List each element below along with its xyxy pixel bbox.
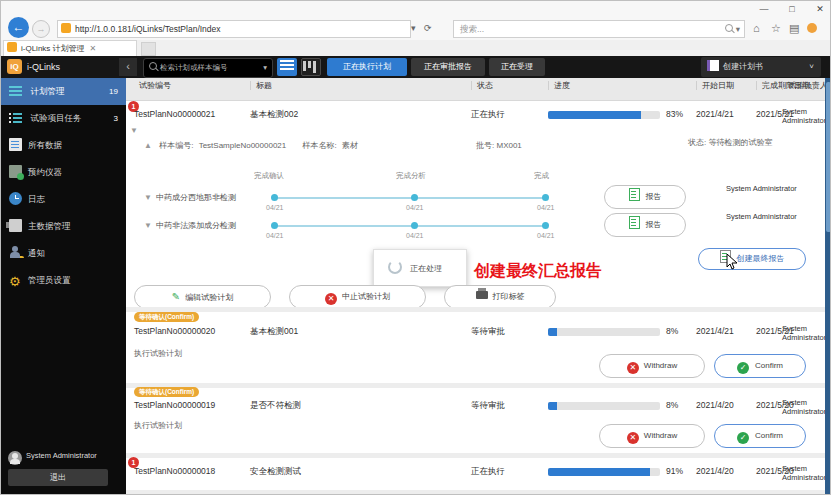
stage-label: 完成分析 bbox=[396, 171, 426, 181]
browser-search-input[interactable]: 搜索... ▾ bbox=[453, 20, 745, 38]
app-logo-icon: iQ bbox=[7, 59, 22, 74]
sidebar-item-admin-settings[interactable]: ⚙管理员设置 bbox=[1, 267, 126, 294]
timeline-dot[interactable] bbox=[542, 194, 549, 201]
row-test-no[interactable]: TestPlanNo00000021 bbox=[134, 109, 246, 119]
test-item[interactable]: ▼中药非法添加成分检测 bbox=[144, 220, 236, 231]
row-test-no[interactable]: TestPlanNo00000020 bbox=[134, 326, 246, 336]
printer-icon bbox=[476, 291, 488, 299]
toast-text: 正在处理 bbox=[410, 263, 442, 274]
timeline-dot[interactable] bbox=[411, 222, 418, 229]
confirm-tag: 等待确认(Confirm) bbox=[134, 387, 199, 397]
scrollbar-thumb[interactable] bbox=[826, 82, 831, 232]
sidebar-item-test-tasks[interactable]: 试验项目任务3 bbox=[1, 105, 126, 132]
confirm-tag: 等待确认(Confirm) bbox=[134, 312, 199, 322]
site-favicon bbox=[61, 23, 71, 33]
sidebar-item-master-data[interactable]: 主数据管理 bbox=[1, 213, 126, 240]
test-item[interactable]: ▼中药成分西地那非检测 bbox=[144, 192, 236, 203]
sidebar-item-all-data[interactable]: 所有数据 bbox=[1, 132, 126, 159]
vertical-scrollbar[interactable] bbox=[825, 78, 831, 495]
row-subtext: 执行试验计划 bbox=[134, 348, 182, 359]
gear-icon: ⚙ bbox=[9, 275, 22, 288]
list-view-button[interactable] bbox=[277, 58, 297, 76]
logout-button[interactable]: 退出 bbox=[8, 469, 108, 486]
search-icon bbox=[149, 62, 157, 70]
progress-bar bbox=[548, 468, 660, 476]
url-dropdown-icon[interactable]: ▾ bbox=[411, 23, 416, 33]
sidebar-item-instrument-booking[interactable]: 预约仪器 bbox=[1, 159, 126, 186]
report-button[interactable]: 报告 bbox=[604, 213, 686, 237]
processing-toast: 正在处理 bbox=[373, 249, 467, 287]
address-bar-tools[interactable]: ▾ ⟳ bbox=[411, 20, 432, 36]
new-tab-button[interactable] bbox=[141, 42, 156, 56]
create-plan-doc-button[interactable]: 创建计划书 ˅ bbox=[701, 57, 821, 77]
clock-icon bbox=[9, 192, 22, 205]
confirm-button[interactable]: ✓Confirm bbox=[714, 424, 806, 448]
tab-executing-plans[interactable]: 正在执行计划 bbox=[327, 58, 407, 76]
timeline-date: 04/21 bbox=[537, 232, 555, 239]
notification-dot-icon[interactable] bbox=[807, 23, 817, 33]
sidebar-item-notifications[interactable]: 通知 bbox=[1, 240, 126, 267]
chevron-down-icon[interactable]: ˅ bbox=[809, 57, 814, 77]
app-back-button[interactable]: ‹ bbox=[119, 58, 137, 76]
print-label-button[interactable]: 打印标签 bbox=[444, 285, 556, 309]
timeline-dot[interactable] bbox=[542, 222, 549, 229]
sidebar-item-plan-management[interactable]: 计划管理19 bbox=[1, 78, 126, 105]
row-status: 等待审批 bbox=[471, 400, 543, 412]
col-header-owner: 试验负责人 bbox=[782, 81, 825, 90]
gantt-view-button[interactable] bbox=[301, 58, 321, 76]
timeline-dot[interactable] bbox=[411, 194, 418, 201]
collapse-row-icon[interactable]: ▼ bbox=[130, 126, 138, 135]
tab-approving-reports[interactable]: 正在审批报告 bbox=[411, 58, 485, 76]
row-title: 基本检测002 bbox=[250, 109, 455, 121]
collapse-icon[interactable]: ▲ bbox=[144, 141, 152, 150]
home-icon[interactable]: ⌂ bbox=[753, 20, 760, 36]
timeline-dot[interactable] bbox=[271, 194, 278, 201]
maximize-button[interactable]: □ bbox=[781, 3, 803, 16]
timeline-date: 04/21 bbox=[406, 204, 424, 211]
refresh-icon[interactable]: ⟳ bbox=[424, 23, 432, 33]
col-header-progress: 进度 bbox=[548, 81, 666, 90]
row-title: 基本检测001 bbox=[250, 326, 455, 338]
favorites-star-icon[interactable]: ☆ bbox=[771, 20, 781, 36]
edit-plan-button[interactable]: ✎编辑试验计划 bbox=[134, 285, 271, 309]
row-test-no[interactable]: TestPlanNo00000018 bbox=[134, 466, 246, 476]
row-status: 等待审批 bbox=[471, 326, 543, 338]
browser-tab[interactable]: i-QLinks 计划管理✕ bbox=[3, 40, 137, 57]
progress-percent: 8% bbox=[666, 400, 700, 410]
sample-status-info: 状态: 等待检测的试验室 bbox=[688, 138, 798, 148]
col-header-status: 状态 bbox=[471, 81, 549, 90]
search-placeholder: 搜索... bbox=[460, 24, 484, 34]
expand-icon[interactable]: ▼ bbox=[144, 221, 152, 230]
row-test-no[interactable]: TestPlanNo00000019 bbox=[134, 400, 246, 410]
abort-plan-button[interactable]: ✕中止试验计划 bbox=[289, 285, 426, 309]
tab-accepting[interactable]: 正在受理 bbox=[489, 58, 545, 76]
timeline-track bbox=[274, 225, 546, 227]
row-start-date: 2021/4/21 bbox=[696, 109, 752, 119]
row-divider bbox=[126, 453, 825, 458]
close-button[interactable]: ✕ bbox=[809, 3, 831, 16]
expand-icon[interactable]: ▼ bbox=[144, 193, 152, 202]
search-icon[interactable]: ▾ bbox=[720, 21, 740, 37]
create-final-report-button[interactable]: 创建最终报告 bbox=[698, 248, 806, 270]
app-search-input[interactable]: 检索计划或样本编号 ▾ bbox=[143, 58, 273, 78]
confirm-button[interactable]: ✓Confirm bbox=[714, 354, 806, 378]
minimize-button[interactable]: — bbox=[753, 3, 775, 16]
user-icon bbox=[9, 246, 22, 259]
withdraw-button[interactable]: ✕Withdraw bbox=[599, 354, 705, 378]
progress-bar bbox=[548, 402, 660, 410]
withdraw-button[interactable]: ✕Withdraw bbox=[599, 424, 705, 448]
timeline-dot[interactable] bbox=[271, 222, 278, 229]
browser-forward-button[interactable]: → bbox=[32, 20, 50, 38]
browser-back-button[interactable]: ← bbox=[8, 17, 29, 38]
stop-cross-icon: ✕ bbox=[325, 293, 337, 305]
tab-close-icon[interactable]: ✕ bbox=[90, 44, 97, 53]
chevron-down-icon[interactable]: ▾ bbox=[263, 59, 267, 76]
address-bar[interactable]: http://1.0.0.181/iQLinks/TestPlan/Index bbox=[57, 20, 411, 38]
sidebar-item-logs[interactable]: 日志 bbox=[1, 186, 126, 213]
report-button[interactable]: 报告 bbox=[604, 185, 686, 209]
feeds-icon[interactable]: ▤ bbox=[789, 20, 799, 36]
count-badge: 19 bbox=[109, 78, 118, 105]
check-icon: ✓ bbox=[737, 362, 749, 374]
row-status: 正在执行 bbox=[471, 466, 543, 478]
row-title: 是否不符检测 bbox=[250, 400, 455, 412]
